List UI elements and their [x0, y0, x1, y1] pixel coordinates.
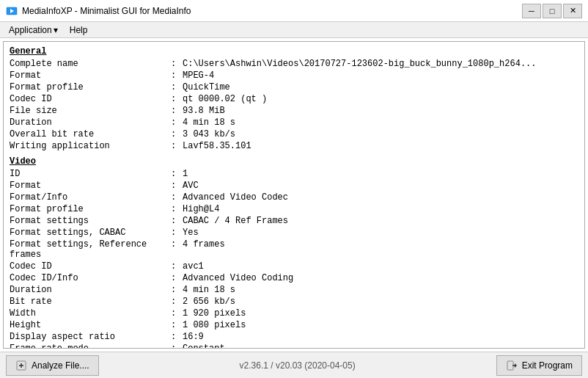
info-row: Format/Info: Advanced Video Codec: [10, 192, 578, 203]
info-label: Codec ID/Info: [10, 273, 171, 283]
info-label: Format profile: [10, 204, 171, 214]
info-value: Lavf58.35.101: [183, 141, 578, 151]
info-label: Display aspect ratio: [10, 332, 171, 342]
info-label: Width: [10, 308, 171, 319]
info-colon: :: [171, 59, 183, 69]
info-row: Format settings: CABAC / 4 Ref Frames: [10, 215, 578, 227]
analyze-icon: [15, 360, 27, 371]
info-colon: :: [171, 273, 183, 283]
info-value: 4 min 18 s: [183, 285, 578, 295]
exit-button[interactable]: Exit Program: [496, 355, 582, 376]
info-value: 1 920 pixels: [183, 308, 578, 319]
info-value: 2 656 kb/s: [183, 297, 578, 307]
info-colon: :: [171, 129, 183, 139]
info-colon: :: [171, 228, 183, 238]
info-colon: :: [171, 320, 183, 330]
info-row: Duration: 4 min 18 s: [10, 284, 578, 296]
info-colon: :: [171, 70, 183, 81]
info-row: Overall bit rate: 3 043 kb/s: [10, 128, 578, 140]
info-value: Advanced Video Coding: [183, 273, 578, 283]
window-controls: ─ □ ✕: [522, 4, 582, 18]
info-colon: :: [171, 94, 183, 104]
info-colon: :: [171, 106, 183, 116]
minimize-button[interactable]: ─: [522, 4, 541, 18]
info-value: C:\Users\Ashwin\Videos\20170727-123602-b…: [183, 59, 578, 69]
info-colon: :: [171, 141, 183, 151]
info-colon: :: [171, 117, 183, 128]
window-title: MediaInfoXP - Minimalist GUI for MediaIn…: [22, 6, 191, 16]
info-value: MPEG-4: [183, 70, 578, 81]
info-value: 1: [183, 169, 578, 179]
info-label: Duration: [10, 285, 171, 295]
close-button[interactable]: ✕: [563, 4, 582, 18]
info-label: Format settings, Reference frames: [10, 239, 171, 260]
info-colon: :: [171, 308, 183, 319]
info-row: Codec ID: qt 0000.02 (qt ): [10, 93, 578, 105]
info-row: Format settings, CABAC: Yes: [10, 227, 578, 239]
version-label: v2.36.1 / v20.03 (2020-04-05): [240, 360, 356, 371]
info-colon: :: [171, 239, 183, 260]
info-label: Format: [10, 181, 171, 191]
info-value: 16:9: [183, 332, 578, 342]
info-label: Format settings, CABAC: [10, 228, 171, 238]
info-value: CABAC / 4 Ref Frames: [183, 216, 578, 226]
info-label: Frame rate mode: [10, 344, 171, 349]
info-value: AVC: [183, 181, 578, 191]
info-row: Height: 1 080 pixels: [10, 319, 578, 331]
info-colon: :: [171, 169, 183, 179]
menu-application[interactable]: Application ▾: [3, 23, 64, 37]
info-label: Writing application: [10, 141, 171, 151]
info-label: Overall bit rate: [10, 129, 171, 139]
info-value: 93.8 MiB: [183, 106, 578, 116]
info-row: Width: 1 920 pixels: [10, 308, 578, 319]
info-colon: :: [171, 204, 183, 214]
info-value: High@L4: [183, 204, 578, 214]
info-row: Writing application: Lavf58.35.101: [10, 140, 578, 152]
info-colon: :: [171, 82, 183, 92]
info-label: Codec ID: [10, 261, 171, 272]
info-label: Codec ID: [10, 94, 171, 104]
info-row: Codec ID/Info: Advanced Video Coding: [10, 272, 578, 284]
info-label: Bit rate: [10, 297, 171, 307]
info-value: QuickTime: [183, 82, 578, 92]
info-row: Complete name: C:\Users\Ashwin\Videos\20…: [10, 58, 578, 70]
svg-marker-7: [515, 363, 517, 368]
info-label: File size: [10, 106, 171, 116]
info-colon: :: [171, 192, 183, 203]
info-label: Duration: [10, 117, 171, 128]
info-label: Format profile: [10, 82, 171, 92]
maximize-button[interactable]: □: [543, 4, 562, 18]
title-bar: MediaInfoXP - Minimalist GUI for MediaIn…: [0, 0, 588, 22]
svg-rect-5: [507, 361, 513, 370]
status-bar: Analyze File.... v2.36.1 / v20.03 (2020-…: [0, 352, 588, 378]
info-panel[interactable]: GeneralComplete name: C:\Users\Ashwin\Vi…: [3, 41, 585, 349]
info-colon: :: [171, 297, 183, 307]
exit-icon: [506, 360, 518, 371]
info-colon: :: [171, 181, 183, 191]
info-colon: :: [171, 216, 183, 226]
info-label: Format settings: [10, 216, 171, 226]
main-content: GeneralComplete name: C:\Users\Ashwin\Vi…: [0, 38, 588, 352]
menu-bar: Application ▾ Help: [0, 22, 588, 38]
app-icon: [6, 5, 18, 17]
info-row: Bit rate: 2 656 kb/s: [10, 296, 578, 308]
info-row: Duration: 4 min 18 s: [10, 117, 578, 128]
section-header-general: General: [10, 46, 578, 57]
info-row: Display aspect ratio: 16:9: [10, 331, 578, 343]
info-row: File size: 93.8 MiB: [10, 105, 578, 117]
info-value: Advanced Video Codec: [183, 192, 578, 203]
info-colon: :: [171, 285, 183, 295]
info-colon: :: [171, 332, 183, 342]
info-label: Complete name: [10, 59, 171, 69]
info-value: 4 frames: [183, 239, 578, 260]
info-value: 3 043 kb/s: [183, 129, 578, 139]
info-colon: :: [171, 261, 183, 272]
info-colon: :: [171, 344, 183, 349]
info-value: 4 min 18 s: [183, 117, 578, 128]
info-value: 1 080 pixels: [183, 320, 578, 330]
info-row: Format profile: QuickTime: [10, 81, 578, 93]
info-label: Format: [10, 70, 171, 81]
info-label: Height: [10, 320, 171, 330]
menu-help[interactable]: Help: [64, 23, 94, 37]
analyze-button[interactable]: Analyze File....: [6, 355, 99, 376]
